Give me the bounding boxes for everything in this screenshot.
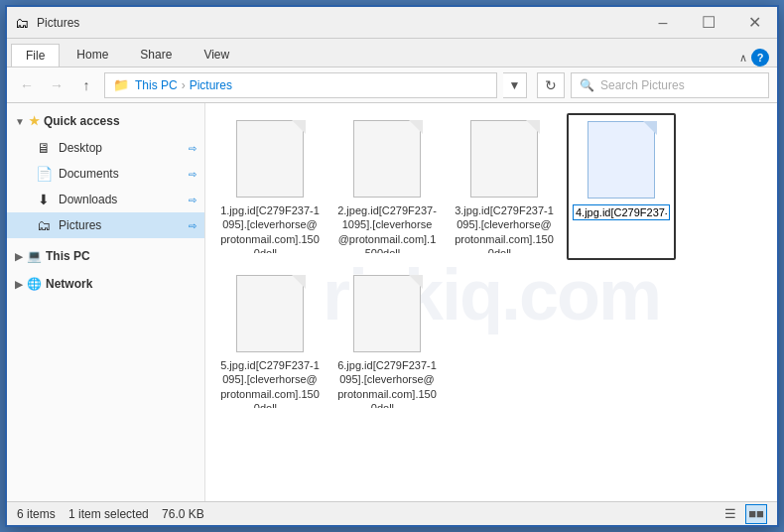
path-icon: 📁	[113, 77, 129, 92]
file-item-1[interactable]: 1.jpg.id[C279F237-1095].[cleverhorse@pro…	[215, 113, 325, 260]
sidebar: ▼ ★ Quick access 🖥 Desktop ⇨ 📄 Documents…	[7, 103, 205, 501]
sidebar-network-header[interactable]: ▶ 🌐 Network	[7, 270, 204, 298]
search-placeholder: Search Pictures	[600, 78, 685, 92]
path-segment-thispc[interactable]: This PC	[135, 78, 178, 92]
file-fold-5	[292, 275, 306, 289]
back-button[interactable]: ←	[15, 73, 39, 97]
file-area[interactable]: riskiq.com 1.jpg.id[C279F237-1095].[clev…	[205, 103, 777, 501]
up-button[interactable]: ↑	[74, 73, 98, 97]
file-fold-2	[409, 120, 423, 134]
maximize-button[interactable]: ☐	[686, 7, 731, 39]
status-bar: 6 items 1 item selected 76.0 KB ☰ ■■	[7, 501, 777, 525]
status-right: ☰ ■■	[719, 504, 767, 524]
file-fold-6	[409, 275, 423, 289]
item-count: 6 items	[17, 507, 56, 521]
sidebar-thispc-header[interactable]: ▶ 💻 This PC	[7, 242, 204, 270]
window-icon: 🗂	[15, 15, 29, 31]
file-fold-1	[292, 120, 306, 134]
file-item-2[interactable]: 2.jpeg.id[C279F237-1095].[cleverhorse@pr…	[332, 113, 442, 260]
sidebar-quick-access-header[interactable]: ▼ ★ Quick access	[7, 107, 204, 135]
forward-button[interactable]: →	[45, 73, 68, 97]
main-content: ▼ ★ Quick access 🖥 Desktop ⇨ 📄 Documents…	[7, 103, 777, 501]
chevron-down-icon: ▼	[15, 116, 25, 127]
window-title: Pictures	[37, 16, 640, 30]
status-text: 6 items 1 item selected 76.0 KB	[17, 507, 719, 521]
desktop-icon: 🖥	[35, 140, 53, 156]
chevron-right-icon-network: ▶	[15, 279, 23, 290]
file-size: 76.0 KB	[162, 507, 204, 521]
ribbon-collapse-icon[interactable]: ∧	[739, 52, 747, 65]
selected-count: 1 item selected	[68, 507, 149, 521]
address-bar: ← → ↑ 📁 This PC › Pictures ▼ ↻ 🔍 Search …	[7, 67, 777, 103]
close-button[interactable]: ✕	[731, 7, 777, 39]
network-label: Network	[46, 277, 92, 291]
file-fold-4	[643, 121, 657, 135]
sidebar-label-desktop: Desktop	[59, 141, 102, 155]
ribbon-tabs: File Home Share View ∧ ?	[7, 39, 777, 66]
address-path[interactable]: 📁 This PC › Pictures	[104, 72, 497, 98]
title-bar: 🗂 Pictures – ☐ ✕	[7, 7, 777, 39]
tab-home[interactable]: Home	[62, 43, 123, 66]
minimize-button[interactable]: –	[640, 7, 686, 39]
grid-view-button[interactable]: ■■	[745, 504, 767, 524]
file-rename-input-4[interactable]	[573, 204, 670, 220]
file-icon-2	[351, 120, 423, 200]
thispc-label: This PC	[46, 249, 90, 263]
file-item-6[interactable]: 6.jpg.id[C279F237-1095].[cleverhorse@pro…	[332, 268, 442, 415]
ribbon: File Home Share View ∧ ?	[7, 39, 777, 67]
file-icon-4	[586, 121, 657, 200]
pin-icon-dl: ⇨	[189, 195, 196, 205]
file-item-5[interactable]: 5.jpg.id[C279F237-1095].[cleverhorse@pro…	[215, 268, 325, 415]
file-item-4[interactable]	[567, 113, 676, 260]
file-item-3[interactable]: 3.jpg.id[C279F237-1095].[cleverhorse@pro…	[450, 113, 559, 260]
sidebar-label-pictures: Pictures	[59, 218, 101, 232]
pin-icon-docs: ⇨	[189, 169, 196, 180]
thispc-icon: 💻	[27, 249, 42, 263]
title-bar-icons: 🗂	[15, 15, 29, 31]
downloads-icon: ⬇	[35, 192, 53, 207]
sidebar-item-pictures[interactable]: 🗂 Pictures ⇨	[7, 212, 204, 238]
files-grid: 1.jpg.id[C279F237-1095].[cleverhorse@pro…	[215, 113, 767, 415]
pin-icon: ⇨	[189, 143, 196, 154]
list-view-button[interactable]: ☰	[719, 504, 741, 524]
network-icon: 🌐	[27, 277, 42, 291]
file-icon-6	[351, 275, 423, 354]
search-box[interactable]: 🔍 Search Pictures	[571, 72, 769, 98]
quick-access-label: Quick access	[44, 114, 120, 128]
sidebar-item-desktop[interactable]: 🖥 Desktop ⇨	[7, 135, 204, 161]
file-label-2: 2.jpeg.id[C279F237-1095].[cleverhorse@pr…	[337, 203, 437, 253]
pictures-icon: 🗂	[35, 217, 53, 233]
path-segment-pictures[interactable]: Pictures	[190, 78, 232, 92]
file-icon-3	[468, 120, 540, 200]
sidebar-label-downloads: Downloads	[59, 193, 117, 206]
star-icon: ★	[29, 114, 40, 128]
explorer-window: 🗂 Pictures – ☐ ✕ File Home Share View ∧ …	[5, 5, 779, 527]
tab-share[interactable]: Share	[125, 43, 187, 66]
tab-file[interactable]: File	[11, 44, 60, 66]
file-icon-1	[234, 120, 306, 200]
file-label-1: 1.jpg.id[C279F237-1095].[cleverhorse@pro…	[220, 203, 320, 253]
file-fold-3	[526, 120, 540, 134]
file-label-6: 6.jpg.id[C279F237-1095].[cleverhorse@pro…	[337, 358, 437, 408]
search-icon: 🔍	[580, 78, 594, 92]
path-dropdown-button[interactable]: ▼	[503, 72, 527, 98]
chevron-right-icon: ▶	[15, 251, 23, 262]
help-icon[interactable]: ?	[751, 49, 769, 66]
path-separator: ›	[182, 78, 186, 92]
sidebar-label-documents: Documents	[59, 167, 119, 181]
tab-view[interactable]: View	[189, 43, 244, 66]
refresh-button[interactable]: ↻	[537, 72, 565, 98]
documents-icon: 📄	[35, 166, 53, 182]
sidebar-item-downloads[interactable]: ⬇ Downloads ⇨	[7, 187, 204, 212]
file-icon-5	[234, 275, 306, 354]
sidebar-item-documents[interactable]: 📄 Documents ⇨	[7, 161, 204, 187]
pin-icon-pic: ⇨	[189, 220, 196, 231]
file-label-3: 3.jpg.id[C279F237-1095].[cleverhorse@pro…	[455, 203, 554, 253]
title-buttons: – ☐ ✕	[640, 7, 777, 39]
file-label-5: 5.jpg.id[C279F237-1095].[cleverhorse@pro…	[220, 358, 320, 408]
